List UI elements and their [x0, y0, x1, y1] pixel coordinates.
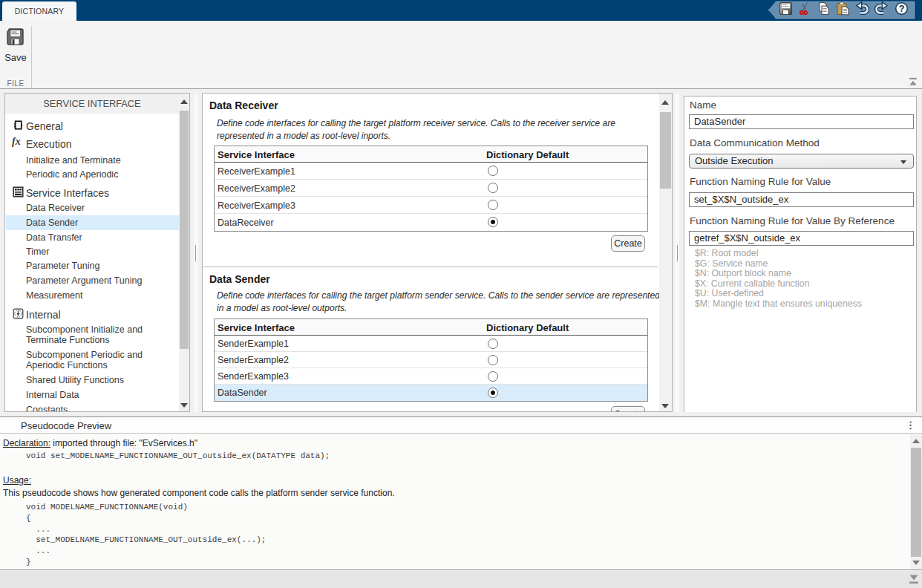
svg-text:?: ? — [899, 4, 905, 14]
